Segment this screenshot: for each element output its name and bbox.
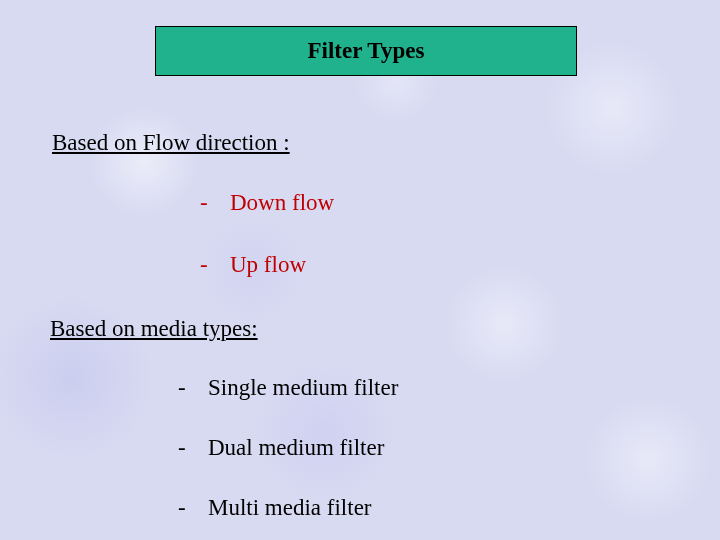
section-heading-flow: Based on Flow direction : <box>52 130 290 156</box>
section-heading-media: Based on media types: <box>50 316 258 342</box>
list-item: -Multi media filter <box>178 495 372 521</box>
bullet-dash: - <box>178 435 208 461</box>
title-box: Filter Types <box>155 26 577 76</box>
list-item: -Down flow <box>200 190 334 216</box>
bullet-dash: - <box>178 375 208 401</box>
bullet-dash: - <box>200 252 230 278</box>
list-item: -Single medium filter <box>178 375 398 401</box>
bullet-dash: - <box>200 190 230 216</box>
item-text: Up flow <box>230 252 306 277</box>
list-item: -Dual medium filter <box>178 435 384 461</box>
item-text: Multi media filter <box>208 495 372 520</box>
bullet-dash: - <box>178 495 208 521</box>
slide-title: Filter Types <box>308 38 425 64</box>
item-text: Dual medium filter <box>208 435 384 460</box>
item-text: Single medium filter <box>208 375 398 400</box>
list-item: -Up flow <box>200 252 306 278</box>
item-text: Down flow <box>230 190 334 215</box>
